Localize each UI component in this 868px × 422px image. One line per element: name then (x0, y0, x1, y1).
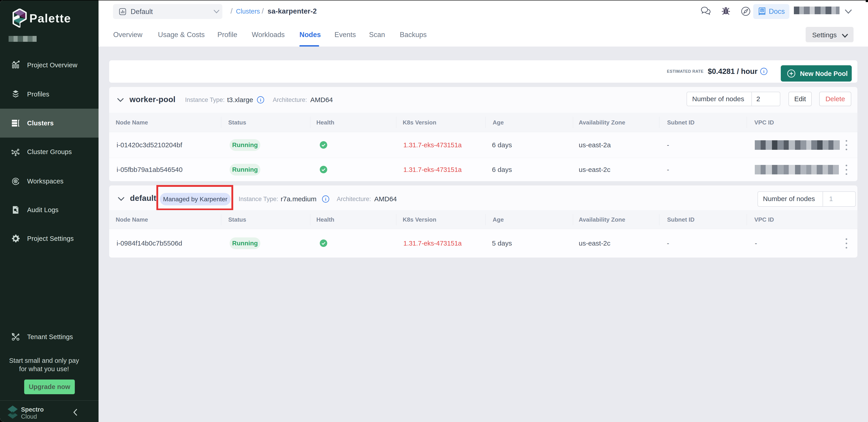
svg-text:i: i (325, 197, 326, 201)
svg-text:i: i (763, 69, 764, 74)
svg-text:i: i (260, 98, 261, 102)
